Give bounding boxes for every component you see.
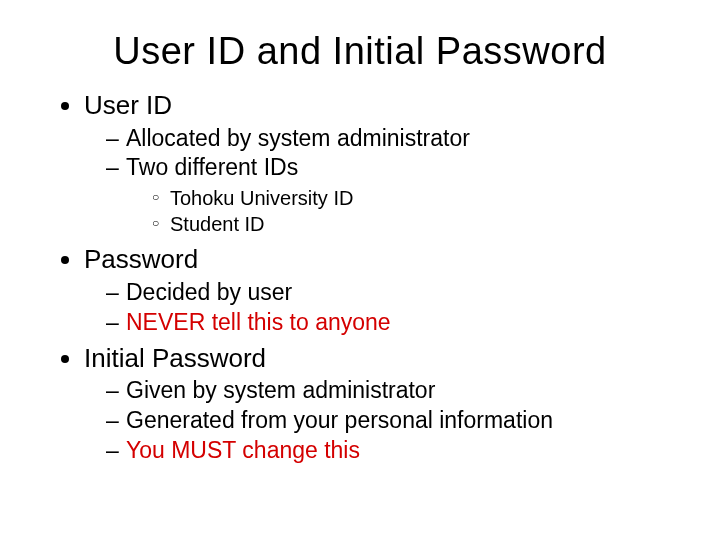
section-heading: Password [84, 244, 198, 274]
sub-list: Allocated by system administrator Two di… [84, 124, 670, 238]
section-heading: Initial Password [84, 343, 266, 373]
item-text: Given by system administrator [126, 377, 435, 403]
item-text: Two different IDs [126, 154, 298, 180]
list-item: Given by system administrator [106, 376, 670, 406]
list-item: Generated from your personal information [106, 406, 670, 436]
item-text: Allocated by system administrator [126, 125, 470, 151]
item-text-emphasis: You MUST change this [126, 437, 360, 463]
item-text-emphasis: NEVER tell this to anyone [126, 309, 391, 335]
list-item: Student ID [152, 211, 670, 237]
slide: User ID and Initial Password User ID All… [0, 0, 720, 540]
list-item: Tohoku University ID [152, 185, 670, 211]
item-text: Student ID [170, 213, 265, 235]
section-heading: User ID [84, 90, 172, 120]
sub-list: Decided by user NEVER tell this to anyon… [84, 278, 670, 338]
list-item: Decided by user [106, 278, 670, 308]
item-text: Generated from your personal information [126, 407, 553, 433]
slide-title: User ID and Initial Password [50, 30, 670, 73]
section-initial-password: Initial Password Given by system adminis… [84, 342, 670, 466]
list-item: NEVER tell this to anyone [106, 308, 670, 338]
item-text: Tohoku University ID [170, 187, 353, 209]
section-user-id: User ID Allocated by system administrato… [84, 89, 670, 237]
list-item: You MUST change this [106, 436, 670, 466]
bullet-list: User ID Allocated by system administrato… [50, 89, 670, 466]
sub-list: Given by system administrator Generated … [84, 376, 670, 466]
list-item: Allocated by system administrator [106, 124, 670, 154]
subsub-list: Tohoku University ID Student ID [126, 185, 670, 237]
list-item: Two different IDs Tohoku University ID S… [106, 153, 670, 237]
section-password: Password Decided by user NEVER tell this… [84, 243, 670, 337]
item-text: Decided by user [126, 279, 292, 305]
